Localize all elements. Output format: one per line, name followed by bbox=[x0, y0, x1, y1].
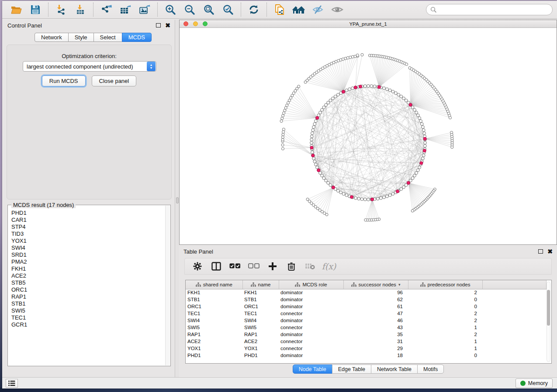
first-neighbors-icon[interactable] bbox=[289, 2, 308, 17]
float-panel-icon[interactable] bbox=[156, 23, 161, 28]
export-network-icon[interactable] bbox=[97, 2, 116, 17]
search-field[interactable] bbox=[426, 4, 553, 15]
save-session-icon[interactable] bbox=[26, 2, 45, 17]
tab-node-table[interactable]: Node Table bbox=[293, 364, 332, 374]
result-node[interactable]: STB1 bbox=[11, 300, 165, 307]
toolbar-separator bbox=[48, 3, 48, 17]
column-header[interactable]: MCDS role bbox=[279, 280, 343, 289]
table-row[interactable]: TEC1TEC1connector472 bbox=[186, 310, 546, 317]
result-node[interactable]: CAR1 bbox=[11, 217, 165, 224]
table-toolbar: f(x) bbox=[184, 258, 552, 275]
splitter-handle[interactable] bbox=[176, 197, 179, 203]
cytoscape-window: Control Panel ✖ NetworkStyleSelectMCDS O… bbox=[2, 1, 557, 389]
result-node[interactable]: STP4 bbox=[11, 224, 165, 230]
delete-columns-icon[interactable] bbox=[284, 260, 299, 273]
mcds-result-box: MCDS result (17 nodes) PHD1CAR1STP4TID3Y… bbox=[7, 205, 171, 366]
result-node[interactable]: RAP1 bbox=[11, 293, 165, 300]
table-row[interactable]: PHD1PHD1dominator180 bbox=[186, 352, 546, 359]
table-row[interactable]: STB1STB1dominator620 bbox=[186, 296, 546, 303]
hide-selected-icon[interactable] bbox=[308, 2, 328, 17]
import-table-icon[interactable] bbox=[71, 2, 90, 17]
result-node[interactable]: SRD1 bbox=[11, 251, 165, 258]
result-node[interactable]: TID3 bbox=[11, 230, 165, 237]
result-node[interactable]: GCR1 bbox=[11, 321, 165, 328]
zoom-out-icon[interactable] bbox=[180, 2, 199, 17]
refresh-view-icon[interactable] bbox=[244, 2, 263, 17]
copy-network-view-icon[interactable] bbox=[270, 2, 289, 17]
close-panel-button[interactable]: Close panel bbox=[92, 76, 137, 86]
zoom-selected-icon[interactable] bbox=[218, 2, 238, 17]
result-node[interactable]: STB5 bbox=[11, 279, 165, 286]
result-node[interactable]: PHD1 bbox=[11, 210, 165, 217]
result-scrollbar[interactable] bbox=[165, 206, 170, 365]
open-session-icon[interactable] bbox=[7, 2, 26, 17]
table-scrollbar-thumb[interactable] bbox=[547, 290, 550, 326]
table-options-gear-icon[interactable] bbox=[190, 260, 205, 273]
table-row[interactable]: YOX1YOX1connector291 bbox=[186, 345, 546, 352]
tab-network[interactable]: Network bbox=[35, 33, 69, 42]
table-row[interactable]: RAP1RAP1dominator352 bbox=[186, 331, 546, 338]
tab-mcds[interactable]: MCDS bbox=[122, 33, 152, 42]
tab-select[interactable]: Select bbox=[93, 33, 122, 42]
show-all-icon[interactable] bbox=[328, 2, 347, 17]
tab-motifs[interactable]: Motifs bbox=[417, 364, 444, 374]
select-all-checkboxes-icon[interactable] bbox=[228, 260, 242, 273]
column-header[interactable]: name bbox=[242, 280, 279, 289]
tab-style[interactable]: Style bbox=[68, 33, 94, 42]
close-panel-icon[interactable]: ✖ bbox=[165, 23, 170, 28]
table-panel: Table Panel ✖ bbox=[179, 246, 557, 376]
network-window-titlebar[interactable]: YPA_prune.txt_1 bbox=[180, 20, 557, 28]
deselect-all-checkboxes-icon[interactable] bbox=[246, 260, 261, 273]
result-node[interactable]: YOX1 bbox=[11, 237, 165, 244]
import-network-icon[interactable] bbox=[52, 2, 71, 17]
column-header[interactable]: shared name bbox=[186, 280, 242, 289]
result-node[interactable]: ORC1 bbox=[11, 286, 165, 293]
criterion-dropdown[interactable]: largest connected component (undirected)… bbox=[23, 61, 156, 72]
run-mcds-button[interactable]: Run MCDS bbox=[42, 76, 86, 86]
add-column-icon[interactable] bbox=[265, 260, 280, 273]
table-row[interactable]: FKH1FKH1dominator962 bbox=[186, 289, 546, 296]
table-row[interactable]: SWI5SWI5connector431 bbox=[186, 324, 546, 331]
export-image-icon[interactable] bbox=[135, 2, 154, 17]
memory-button[interactable]: Memory bbox=[515, 378, 553, 388]
result-node[interactable]: PMA2 bbox=[11, 258, 165, 265]
table-row[interactable]: ACE2ACE2connector311 bbox=[186, 338, 546, 345]
result-node[interactable]: TEC1 bbox=[11, 314, 165, 321]
network-canvas[interactable] bbox=[180, 28, 557, 244]
mcds-result-list[interactable]: PHD1CAR1STP4TID3YOX1SWI4SRD1PMA2FKH1ACE2… bbox=[8, 207, 165, 365]
table-row[interactable]: SWI4SWI4dominator462 bbox=[186, 317, 546, 324]
task-history-button[interactable] bbox=[6, 379, 18, 388]
control-panel: Control Panel ✖ NetworkStyleSelectMCDS O… bbox=[3, 20, 175, 377]
panel-splitter[interactable] bbox=[176, 20, 179, 377]
result-node[interactable]: SWI5 bbox=[11, 307, 165, 314]
fx-label: f(x) bbox=[322, 261, 336, 271]
control-panel-title: Control Panel bbox=[7, 22, 42, 29]
dropdown-stepper-icon: ▲▼ bbox=[147, 62, 156, 71]
function-builder-icon[interactable]: f(x) bbox=[322, 260, 336, 273]
float-table-panel-icon[interactable] bbox=[538, 249, 543, 254]
close-table-panel-icon[interactable]: ✖ bbox=[547, 249, 553, 254]
tab-network-table[interactable]: Network Table bbox=[371, 364, 418, 374]
show-columns-icon[interactable] bbox=[209, 260, 224, 273]
result-node[interactable]: FKH1 bbox=[11, 265, 165, 272]
node-table: shared namenameMCDS rolesuccessor nodes▾… bbox=[185, 280, 552, 364]
zoom-in-icon[interactable] bbox=[161, 2, 180, 17]
toolbar-separator bbox=[266, 3, 267, 17]
table-panel-title: Table Panel bbox=[183, 248, 213, 255]
network-view-window: YPA_prune.txt_1 bbox=[179, 20, 557, 245]
result-node[interactable]: ACE2 bbox=[11, 272, 165, 279]
search-input[interactable] bbox=[437, 7, 552, 13]
column-header[interactable]: predecessor nodes bbox=[408, 280, 482, 289]
status-bar: Memory bbox=[2, 377, 557, 389]
optimization-criterion-label: Optimization criterion: bbox=[7, 53, 171, 59]
control-panel-tabs: NetworkStyleSelectMCDS bbox=[35, 33, 151, 42]
tab-edge-table[interactable]: Edge Table bbox=[332, 364, 371, 374]
result-node[interactable]: SWI4 bbox=[11, 244, 165, 251]
export-table-icon[interactable] bbox=[116, 2, 135, 17]
table-scrollbar[interactable] bbox=[547, 282, 550, 362]
delete-table-icon[interactable] bbox=[303, 260, 318, 273]
table-row[interactable]: ORC1ORC1dominator610 bbox=[186, 303, 546, 310]
sort-descending-icon: ▾ bbox=[398, 282, 401, 287]
column-header[interactable]: successor nodes▾ bbox=[343, 280, 408, 289]
zoom-fit-icon[interactable] bbox=[199, 2, 218, 17]
